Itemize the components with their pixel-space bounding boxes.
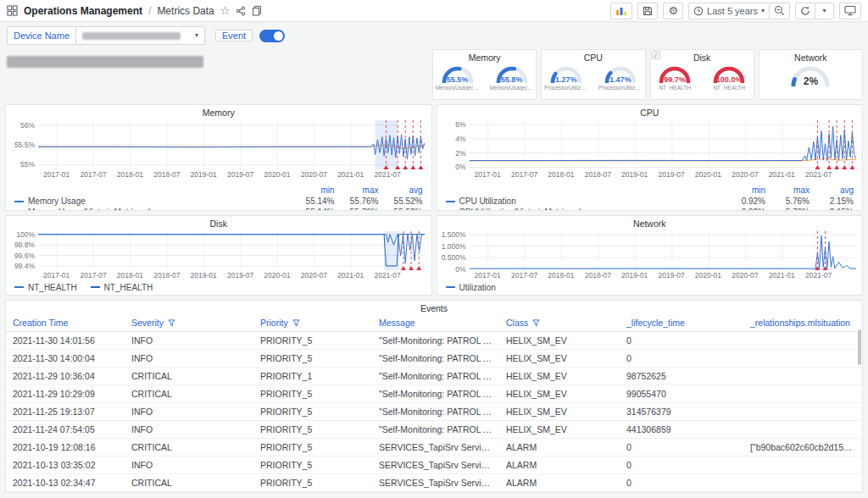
table-cell: 2021-11-24 07:54:05	[6, 421, 125, 438]
chevron-down-icon: ▾	[761, 8, 765, 14]
legend-col-avg[interactable]: avg	[810, 185, 854, 196]
legend-col-min[interactable]: min	[721, 185, 765, 196]
refresh-button[interactable]	[795, 3, 815, 19]
gauge-value: 2%	[804, 75, 818, 87]
gear-icon: ⚙	[668, 5, 678, 16]
legend-col-avg[interactable]: avg	[379, 185, 423, 196]
filter-icon[interactable]	[168, 319, 175, 327]
x-tick-label: 2018-07	[153, 170, 180, 179]
chart-canvas[interactable]	[38, 231, 425, 270]
chart-canvas[interactable]	[38, 120, 425, 169]
star-icon[interactable]: ☆	[220, 5, 231, 16]
table-row[interactable]: 2021-11-29 10:29:09CRITICALPRIORITY_5"Se…	[6, 385, 862, 403]
events-scrollbar[interactable]	[858, 329, 861, 365]
series-name: MemoryUsage(VictoriaMetrics...)	[28, 207, 291, 210]
top-bar: Operations Management / Metrics Data ☆ ⚙	[0, 0, 868, 22]
x-tick-label: 2020-01	[264, 271, 290, 279]
column-header-severity[interactable]: Severity	[125, 314, 253, 331]
filter-icon[interactable]	[292, 319, 300, 327]
table-cell: 99055470	[620, 385, 743, 402]
gauge-body: 99.7%NT_HEALTH100.0%NT_HEALTH	[651, 64, 754, 91]
gauge-label: NT_HEALTH	[713, 85, 744, 91]
table-cell: "Self-Monitoring: PATROL Agent on bw...	[372, 350, 499, 367]
legend-item[interactable]: CPU Utilization0.92%5.76%2.15%	[446, 196, 854, 207]
column-header-class[interactable]: Class	[499, 314, 620, 331]
plugin-chart-button[interactable]	[610, 3, 632, 19]
gauge: 100.0%NT_HEALTH	[706, 64, 752, 91]
table-row[interactable]: 2021-11-29 10:36:04CRITICALPRIORITY_1"Se…	[6, 368, 862, 385]
series-swatch	[446, 286, 455, 288]
mini-chart-icon	[615, 6, 627, 15]
table-cell	[743, 474, 862, 491]
legend-col-max[interactable]: max	[335, 185, 379, 196]
table-row[interactable]: 2021-10-13 03:35:02INFOPRIORITY_5SERVICE…	[6, 456, 862, 474]
gauge-value: 55.5%	[447, 75, 469, 84]
y-tick-label: 6%	[455, 120, 465, 129]
series-name: Memory Usage	[28, 196, 291, 207]
y-tick-label: 55%	[20, 160, 35, 169]
table-cell: 0	[620, 350, 743, 367]
legend-item[interactable]: MemoryUsage(VictoriaMetrics...)55.14%55.…	[14, 207, 423, 210]
snapshot-icon[interactable]	[252, 5, 262, 16]
legend-col-max[interactable]: max	[765, 185, 810, 196]
breadcrumb-section[interactable]: Operations Management	[24, 5, 142, 17]
refresh-icon	[800, 6, 810, 16]
y-tick-label: 99.4%	[14, 262, 35, 270]
column-header-message[interactable]: Message	[372, 314, 499, 331]
table-cell: PRIORITY_5	[253, 332, 372, 349]
refresh-interval-dropdown[interactable]: ▾	[815, 3, 834, 19]
legend-value-max: 5.76%	[765, 196, 810, 207]
legend-item[interactable]: CPUUtilization(VictoriaMetrics...)0.92%5…	[446, 207, 854, 210]
x-axis: 2017-012017-072018-012018-072019-012019-…	[38, 271, 425, 281]
table-cell: INFO	[125, 403, 253, 420]
share-icon[interactable]	[236, 6, 246, 16]
panel-info-icon[interactable]: i	[652, 51, 660, 59]
series-swatch	[14, 286, 24, 288]
save-button[interactable]	[637, 3, 658, 19]
legend-value-min: 55.14%	[291, 207, 335, 210]
table-row[interactable]: 2021-11-30 14:00:04INFOPRIORITY_5"Self-M…	[6, 350, 862, 368]
device-name-select[interactable]: ▾	[76, 26, 205, 45]
chart-canvas[interactable]	[470, 231, 856, 270]
column-header-relationships-mlsituation[interactable]: _relationships.mlsituation	[743, 314, 862, 331]
events-row: Events Creation TimeSeverityPriorityMess…	[5, 300, 863, 493]
table-cell: SERVICES_TapiSrv Service status > 0...	[372, 474, 499, 491]
kiosk-mode-button[interactable]	[839, 3, 861, 19]
gauge: 55.8%MemoryUsage(Victo...	[489, 64, 535, 91]
column-label: _lifecycle_time	[626, 318, 685, 328]
series-swatch	[91, 286, 100, 288]
filter-icon[interactable]	[532, 319, 540, 327]
table-row[interactable]: 2021-11-25 19:13:07INFOPRIORITY_5"Self-M…	[6, 403, 862, 421]
table-row[interactable]: 2021-10-19 12:08:16CRITICALPRIORITY_5SER…	[6, 439, 862, 456]
column-header-creation-time[interactable]: Creation Time	[6, 314, 125, 331]
x-tick-label: 2020-07	[732, 170, 758, 179]
column-header-priority[interactable]: Priority	[253, 314, 372, 331]
chart-canvas[interactable]	[470, 120, 856, 169]
legend-item[interactable]: Memory Usage55.14%55.76%55.52%	[14, 196, 423, 207]
legend-item[interactable]: Utilization	[446, 283, 496, 292]
table-cell: 2021-11-30 14:01:56	[6, 332, 125, 349]
x-tick-label: 2019-07	[658, 271, 684, 279]
time-range-picker[interactable]: Last 5 years ▾	[688, 3, 770, 19]
legend-value-max: 55.76%	[335, 196, 379, 207]
column-header-lifecycle-time[interactable]: _lifecycle_time	[620, 314, 743, 331]
breadcrumb-page[interactable]: Metrics Data	[157, 5, 214, 17]
chart-legend: Utilization	[437, 282, 863, 295]
legend-item[interactable]: NT_HEALTH	[91, 283, 153, 292]
events-rows: 2021-11-30 14:01:56INFOPRIORITY_5"Self-M…	[6, 332, 862, 492]
event-toggle[interactable]	[259, 30, 285, 42]
table-row[interactable]: 2021-10-13 02:34:47CRITICALPRIORITY_5SER…	[6, 474, 862, 492]
table-row[interactable]: 2021-11-30 14:01:56INFOPRIORITY_5"Self-M…	[6, 332, 862, 350]
table-cell: SERVICES_TapiSrv Service status > 0 ...	[372, 439, 499, 456]
chart-legend: NT_HEALTHNT_HEALTH	[6, 282, 431, 295]
table-row[interactable]: 2021-11-24 07:54:05INFOPRIORITY_5"Self-M…	[6, 421, 862, 439]
apps-grid-icon[interactable]	[7, 5, 18, 16]
table-cell: CRITICAL	[125, 474, 253, 491]
x-tick-label: 2017-07	[80, 170, 106, 179]
settings-button[interactable]: ⚙	[663, 3, 683, 19]
panel-title: Memory	[6, 105, 431, 118]
zoom-out-button[interactable]	[770, 3, 790, 19]
legend-col-min[interactable]: min	[291, 185, 335, 196]
charts-row-1: Memory55%55.5%56%2017-012017-072018-0120…	[5, 104, 863, 211]
legend-item[interactable]: NT_HEALTH	[14, 283, 77, 292]
